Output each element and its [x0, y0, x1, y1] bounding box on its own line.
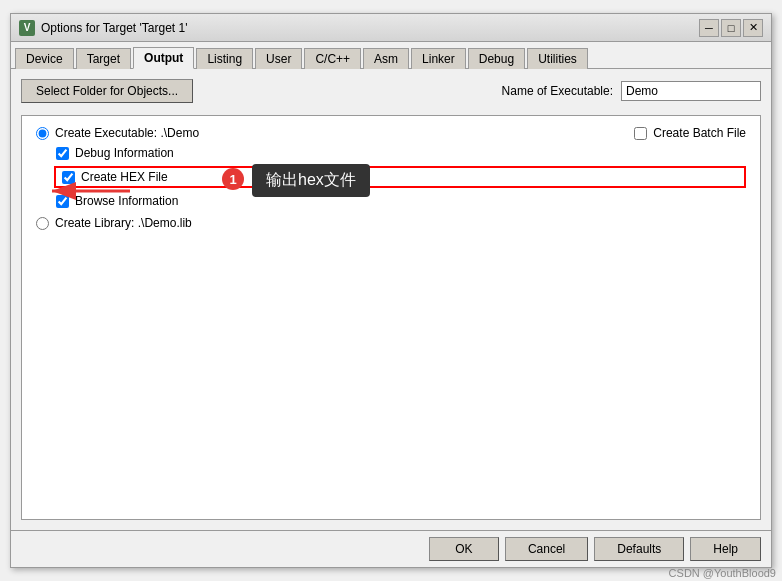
main-window: V Options for Target 'Target 1' ─ □ ✕ De…	[10, 13, 772, 568]
tab-user[interactable]: User	[255, 48, 302, 69]
create-executable-radio[interactable]	[36, 127, 49, 140]
tab-target[interactable]: Target	[76, 48, 131, 69]
tabs-bar: Device Target Output Listing User C/C++ …	[11, 42, 771, 69]
title-bar: V Options for Target 'Target 1' ─ □ ✕	[11, 14, 771, 42]
minimize-button[interactable]: ─	[699, 19, 719, 37]
browse-info-row: Browse Information	[56, 194, 746, 208]
main-panel: Create Batch File Create Executable: .\D…	[21, 115, 761, 520]
title-bar-left: V Options for Target 'Target 1'	[19, 20, 187, 36]
help-button[interactable]: Help	[690, 537, 761, 561]
tab-output[interactable]: Output	[133, 47, 194, 69]
create-library-label: Create Library: .\Demo.lib	[55, 216, 192, 230]
name-exe-row: Name of Executable:	[502, 81, 761, 101]
create-library-row: Create Library: .\Demo.lib	[36, 216, 746, 230]
create-library-radio[interactable]	[36, 217, 49, 230]
maximize-button[interactable]: □	[721, 19, 741, 37]
debug-info-row: Debug Information	[56, 146, 746, 160]
tab-cpp[interactable]: C/C++	[304, 48, 361, 69]
close-button[interactable]: ✕	[743, 19, 763, 37]
create-library-path: .\Demo.lib	[138, 216, 192, 230]
select-folder-button[interactable]: Select Folder for Objects...	[21, 79, 193, 103]
bottom-bar: OK Cancel Defaults Help CSDN @YouthBlood…	[11, 530, 771, 567]
create-hex-row: Create HEX File	[54, 166, 746, 188]
cancel-button[interactable]: Cancel	[505, 537, 588, 561]
create-hex-label: Create HEX File	[81, 170, 168, 184]
debug-info-label: Debug Information	[75, 146, 174, 160]
top-row: Select Folder for Objects... Name of Exe…	[21, 79, 761, 103]
app-icon: V	[19, 20, 35, 36]
name-exe-label: Name of Executable:	[502, 84, 613, 98]
create-batch-label: Create Batch File	[653, 126, 746, 140]
browse-info-checkbox[interactable]	[56, 195, 69, 208]
tab-listing[interactable]: Listing	[196, 48, 253, 69]
browse-info-label: Browse Information	[75, 194, 178, 208]
tab-linker[interactable]: Linker	[411, 48, 466, 69]
content-area: Select Folder for Objects... Name of Exe…	[11, 69, 771, 530]
watermark: CSDN @YouthBlood9	[669, 567, 776, 579]
title-controls: ─ □ ✕	[699, 19, 763, 37]
create-executable-label: Create Executable: .\Demo	[55, 126, 199, 140]
tab-device[interactable]: Device	[15, 48, 74, 69]
create-batch-checkbox[interactable]	[634, 127, 647, 140]
create-hex-checkbox[interactable]	[62, 171, 75, 184]
defaults-button[interactable]: Defaults	[594, 537, 684, 561]
ok-button[interactable]: OK	[429, 537, 499, 561]
tab-debug[interactable]: Debug	[468, 48, 525, 69]
tab-utilities[interactable]: Utilities	[527, 48, 588, 69]
name-exe-input[interactable]	[621, 81, 761, 101]
create-executable-path: .\Demo	[160, 126, 199, 140]
tab-asm[interactable]: Asm	[363, 48, 409, 69]
debug-info-checkbox[interactable]	[56, 147, 69, 160]
window-title: Options for Target 'Target 1'	[41, 21, 187, 35]
create-batch-section: Create Batch File	[634, 126, 746, 140]
